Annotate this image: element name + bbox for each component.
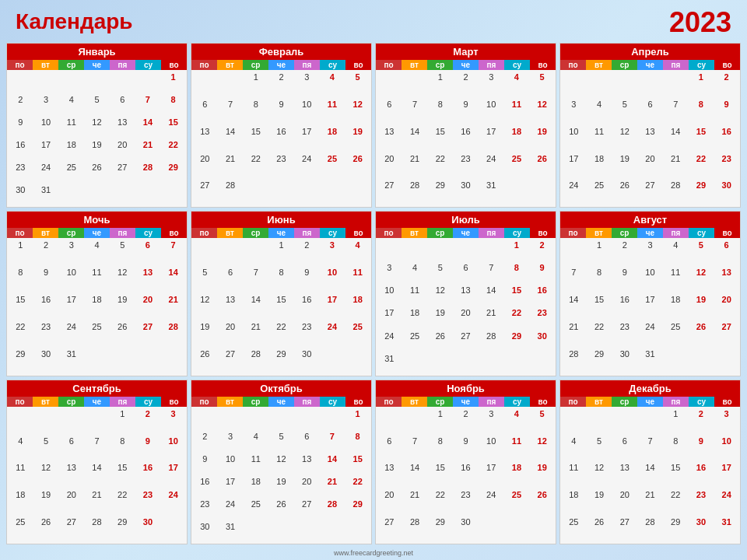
day-cell: 23 (8, 161, 33, 184)
dow-cell: че (84, 397, 110, 407)
day-cell: 9 (268, 98, 294, 125)
day-cell: 26 (689, 320, 714, 348)
day-cell: 17 (160, 461, 186, 488)
day-cell: 8 (243, 98, 268, 125)
day-cell: 29 (345, 498, 370, 520)
day-cell: 27 (612, 516, 637, 543)
day-cell: 23 (192, 498, 218, 520)
day-cell: 20 (192, 152, 218, 180)
day-cell: 30 (33, 348, 59, 375)
day-cell: 31 (218, 520, 244, 543)
day-cell: 7 (243, 266, 268, 293)
day-cell: 22 (427, 488, 453, 516)
dow-cell: су (320, 228, 345, 238)
day-cell: 30 (529, 330, 555, 352)
day-cell: 21 (402, 152, 428, 180)
day-cell: 12 (192, 293, 218, 320)
day-cell-empty (377, 239, 402, 261)
month-block: Апрельповтсрчепясуво12345678910111213141… (559, 43, 741, 208)
day-cell-empty (561, 408, 587, 435)
day-cell: 21 (243, 320, 268, 348)
day-cell: 8 (345, 430, 370, 453)
day-cell: 18 (243, 475, 268, 498)
month-block: Февральповтсрчепясуво1234567891011121314… (191, 43, 372, 208)
day-cell: 20 (612, 488, 637, 516)
day-cell: 21 (320, 475, 345, 498)
day-cell: 29 (427, 179, 453, 206)
dow-cell: ср (427, 60, 453, 70)
dow-cell: пя (479, 60, 504, 70)
day-cell: 10 (320, 266, 345, 293)
day-cell: 20 (637, 152, 663, 180)
day-cell: 4 (663, 239, 689, 266)
day-cell: 21 (479, 306, 504, 329)
day-cell: 22 (268, 320, 294, 348)
day-cell: 18 (8, 488, 33, 516)
day-cell: 11 (504, 98, 530, 125)
dow-cell: по (191, 60, 217, 70)
day-cell: 18 (561, 488, 587, 516)
day-cell: 6 (58, 435, 84, 462)
day-cell: 30 (135, 516, 161, 543)
dow-cell: во (345, 397, 371, 407)
day-cell: 4 (58, 93, 84, 116)
day-cell: 13 (58, 461, 84, 488)
day-cell: 13 (714, 266, 739, 293)
day-cell: 27 (135, 320, 161, 348)
day-cell: 29 (160, 161, 186, 184)
day-cell-empty (58, 71, 84, 93)
day-cell: 29 (689, 179, 714, 206)
dow-cell: су (504, 397, 530, 407)
month-header: Август (560, 212, 740, 228)
day-cell: 20 (218, 320, 244, 348)
dow-cell: че (268, 60, 294, 70)
month-header: Январь (7, 44, 187, 60)
dow-cell: че (84, 60, 110, 70)
day-cell-empty (243, 239, 268, 266)
day-cell: 22 (663, 488, 689, 516)
day-cell: 1 (110, 408, 135, 435)
day-cell: 7 (402, 435, 428, 462)
day-cell: 22 (8, 320, 33, 348)
day-cell: 18 (504, 125, 530, 152)
day-cell: 25 (320, 152, 345, 180)
dow-cell: ср (612, 397, 637, 407)
day-cell: 7 (663, 98, 689, 125)
dow-row: повтсрчепясуво (560, 397, 740, 407)
dow-cell: по (376, 397, 402, 407)
day-cell: 19 (84, 138, 110, 161)
day-cell: 20 (110, 138, 135, 161)
day-cell: 28 (637, 516, 663, 543)
day-cell: 20 (453, 306, 479, 329)
day-cell: 19 (587, 488, 612, 516)
dow-cell: су (689, 60, 714, 70)
dow-cell: вт (33, 60, 58, 70)
day-cell: 21 (160, 293, 186, 320)
day-cell: 19 (192, 320, 218, 348)
day-cell: 28 (135, 161, 161, 184)
day-cell: 14 (402, 461, 428, 488)
day-cell: 24 (637, 320, 663, 348)
day-cell: 9 (33, 266, 59, 293)
day-cell: 10 (714, 435, 739, 462)
day-cell: 14 (479, 284, 504, 306)
dow-row: повтсрчепясуво (560, 60, 740, 70)
day-cell: 4 (345, 239, 370, 266)
day-cell: 28 (663, 179, 689, 206)
days-grid: 1234567891011121314151617181920212223242… (7, 407, 187, 544)
day-cell: 11 (84, 266, 110, 293)
day-cell: 6 (218, 266, 244, 293)
day-cell: 16 (714, 125, 739, 152)
day-cell: 23 (453, 488, 479, 516)
day-cell: 3 (561, 98, 587, 125)
day-cell: 18 (84, 293, 110, 320)
dow-cell: по (191, 397, 217, 407)
day-cell-empty (294, 408, 320, 430)
dow-cell: су (689, 228, 714, 238)
day-cell: 25 (561, 516, 587, 543)
day-cell: 7 (479, 261, 504, 284)
day-cell: 3 (479, 71, 504, 98)
day-cell: 23 (529, 306, 555, 329)
day-cell: 14 (243, 293, 268, 320)
day-cell: 25 (402, 330, 428, 352)
